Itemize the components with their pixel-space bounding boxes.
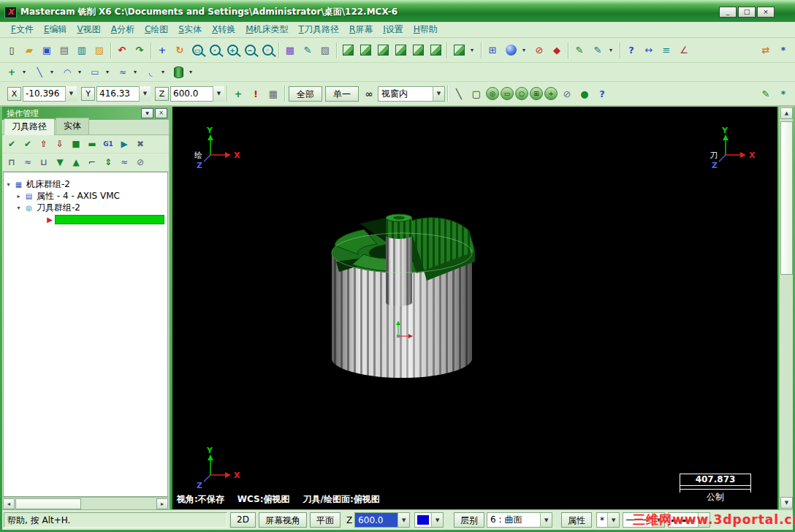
- new-file-icon[interactable]: ▯: [3, 42, 20, 59]
- menu-file[interactable]: F文件: [6, 22, 39, 37]
- scrollbar-thumb[interactable]: [780, 121, 793, 275]
- maximize-button[interactable]: □: [738, 7, 756, 18]
- selection-filter-combo[interactable]: 视窗内: [378, 86, 445, 102]
- dropdown-arrow-icon[interactable]: [47, 64, 56, 80]
- save-icon[interactable]: ▣: [38, 42, 56, 59]
- scroll-down-arrow-icon[interactable]: [780, 497, 793, 509]
- menu-settings[interactable]: I设置: [378, 22, 408, 37]
- fastpoint-icon[interactable]: +: [229, 85, 247, 102]
- open-file-icon[interactable]: ▰: [20, 42, 38, 59]
- view-reverse-iso-icon[interactable]: [409, 42, 427, 59]
- undelete-all-icon[interactable]: ✎: [589, 42, 606, 59]
- move-insert-updown-icon[interactable]: ⇕: [100, 155, 116, 170]
- menu-machine-type[interactable]: M机床类型: [240, 22, 293, 37]
- delete-duplicates-icon[interactable]: ◆: [548, 42, 566, 59]
- cursor-config-icon[interactable]: ▦: [265, 85, 282, 102]
- tree-item-toolpath-group[interactable]: ▾ ◎ 刀具群组-2: [14, 202, 167, 213]
- create-arc-dropdown[interactable]: ◠: [58, 64, 85, 81]
- view-back-icon[interactable]: [427, 42, 444, 59]
- dropdown-arrow-icon[interactable]: [468, 42, 476, 58]
- quickmask-surfaces-icon[interactable]: ⊞: [530, 87, 543, 100]
- pan-icon[interactable]: +: [153, 42, 171, 59]
- create-spline-dropdown[interactable]: ≈: [114, 64, 140, 81]
- attributes-button[interactable]: 属性: [561, 512, 592, 528]
- create-spline-icon[interactable]: ≈: [115, 65, 131, 80]
- autocursor-alert-icon[interactable]: !: [247, 85, 265, 102]
- view-orientation-icon[interactable]: [450, 42, 468, 59]
- zoom-target-icon[interactable]: ·: [206, 42, 224, 59]
- color-swatch-combo[interactable]: [414, 512, 444, 528]
- dropdown-arrow-icon[interactable]: [607, 513, 619, 527]
- print-icon[interactable]: ▤: [56, 42, 73, 59]
- zoom-out-icon[interactable]: −: [241, 42, 259, 59]
- menu-toolpaths[interactable]: T刀具路径: [294, 22, 344, 37]
- z-depth-combo[interactable]: 600.0: [354, 512, 410, 528]
- minimize-button[interactable]: _: [719, 7, 737, 18]
- scroll-left-arrow-icon[interactable]: ◂: [3, 498, 15, 509]
- dropdown-arrow-icon[interactable]: [431, 513, 443, 527]
- select-all-button[interactable]: 全部: [289, 86, 322, 102]
- create-rectangle-icon[interactable]: ▭: [87, 65, 103, 80]
- x-dropdown-arrow-icon[interactable]: [65, 86, 77, 102]
- disable-posting-icon[interactable]: ⊘: [132, 155, 148, 170]
- y-dropdown-arrow-icon[interactable]: [139, 86, 151, 102]
- verify-icon[interactable]: ▬: [84, 137, 100, 151]
- post-g1-icon[interactable]: G1: [100, 137, 116, 151]
- select-line-icon[interactable]: ╲: [450, 85, 468, 102]
- dropdown-arrow-icon[interactable]: [433, 87, 444, 101]
- simulate-icon[interactable]: ■: [68, 137, 84, 151]
- dynamic-rotate-icon[interactable]: ↻: [171, 42, 189, 59]
- view-side-icon[interactable]: [374, 42, 392, 59]
- quickmask-group-icon[interactable]: ▭: [501, 87, 514, 100]
- menu-create[interactable]: C绘图: [140, 22, 173, 37]
- tab-solids[interactable]: 实体: [56, 118, 89, 134]
- undo-icon[interactable]: ↶: [113, 42, 131, 59]
- dropdown-arrow-icon[interactable]: [103, 64, 112, 80]
- grid-icon[interactable]: ⊞: [484, 42, 501, 59]
- x-axis-button[interactable]: X: [7, 87, 21, 101]
- binoculars-icon[interactable]: ∞: [360, 85, 378, 102]
- point-style-combo[interactable]: *: [596, 512, 620, 528]
- menu-solids[interactable]: S实体: [173, 22, 207, 37]
- highfeed-icon[interactable]: ▶: [116, 137, 132, 151]
- panel-dropdown-button[interactable]: [141, 108, 153, 118]
- dropdown-arrow-icon[interactable]: [159, 64, 167, 80]
- regen-all-icon[interactable]: ⇩: [52, 137, 68, 151]
- move-insert-down-icon[interactable]: ▼: [52, 155, 68, 170]
- layer-combo[interactable]: 6 : 曲面: [487, 512, 552, 528]
- quickmask-points-icon[interactable]: +: [544, 87, 558, 100]
- mode-2d-button[interactable]: 2D: [230, 512, 256, 528]
- menu-xform[interactable]: X转换: [207, 22, 240, 37]
- delete-operations-icon[interactable]: ✖: [132, 137, 148, 151]
- view-top-icon[interactable]: [339, 42, 357, 59]
- create-rectangle-dropdown[interactable]: ▭: [86, 64, 113, 81]
- set-attributes-icon[interactable]: ✎: [299, 42, 316, 59]
- expander-closed-icon[interactable]: ▸: [14, 193, 23, 200]
- quickmask-arcs-icon[interactable]: ○: [515, 87, 528, 100]
- toolpath-display-options-icon[interactable]: ≈: [116, 155, 132, 170]
- menu-screen[interactable]: R屏幕: [344, 22, 378, 37]
- dropdown-arrow-icon[interactable]: [540, 513, 552, 527]
- tree-item-machine-group[interactable]: ▾ ▦ 机床群组-2: [4, 178, 167, 190]
- dropdown-arrow-icon[interactable]: [186, 64, 195, 80]
- tree-item-properties[interactable]: ▸ ▤ 属性 - 4 - AXIS VMC: [14, 190, 167, 202]
- plane-button[interactable]: 平面: [310, 512, 341, 528]
- dropdown-arrow-icon[interactable]: [20, 64, 28, 80]
- create-solid-dropdown[interactable]: [170, 64, 196, 81]
- unlock-operation-icon[interactable]: ⊔: [36, 155, 52, 170]
- dropdown-arrow-icon[interactable]: [75, 64, 84, 80]
- toggle-toolpath-display-icon[interactable]: ≈: [20, 155, 36, 170]
- vertical-scrollbar[interactable]: [779, 107, 793, 509]
- view-orientation-dropdown[interactable]: [449, 41, 477, 60]
- create-fillet-icon[interactable]: ◟: [142, 65, 159, 80]
- panel-close-button[interactable]: ×: [155, 108, 167, 118]
- end-selection-icon[interactable]: ●: [576, 85, 593, 102]
- close-button[interactable]: ×: [757, 7, 775, 18]
- view-iso-icon[interactable]: [392, 42, 409, 59]
- expander-open-icon[interactable]: ▾: [4, 181, 13, 188]
- dropdown-arrow-icon[interactable]: [131, 64, 140, 80]
- analyze-distance-icon[interactable]: ≡: [658, 42, 675, 59]
- zoom-previous-icon[interactable]: ◦: [259, 42, 276, 59]
- select-all-operations-icon[interactable]: ✔: [4, 137, 20, 151]
- create-line-dropdown[interactable]: ╲: [31, 64, 57, 81]
